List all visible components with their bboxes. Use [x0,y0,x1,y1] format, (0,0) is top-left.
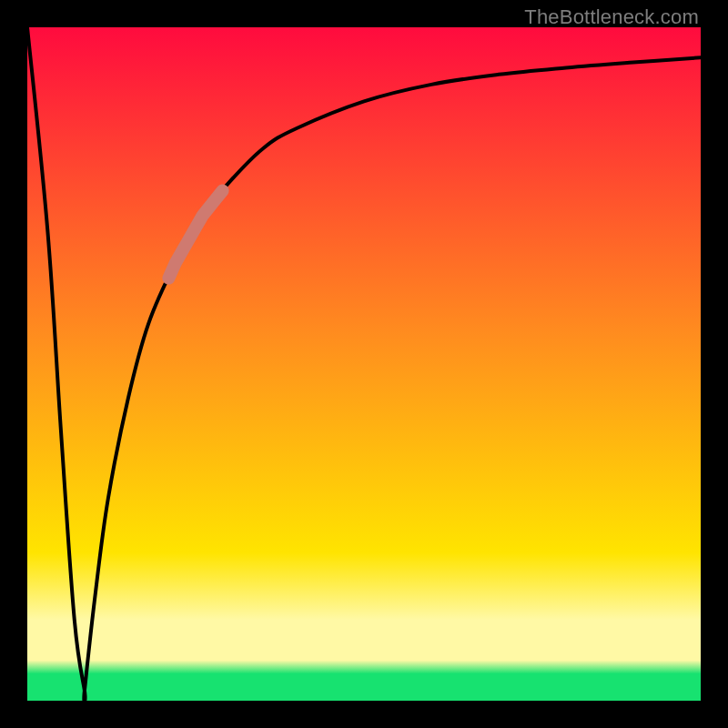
watermark-text: TheBottleneck.com [524,5,699,29]
highlight-layer [27,27,701,701]
highlight-segment [168,191,222,278]
plot-area [27,27,701,701]
chart-stage: TheBottleneck.com [0,0,728,728]
